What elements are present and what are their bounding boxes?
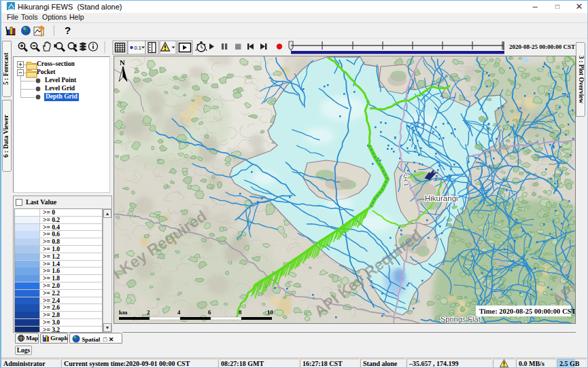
svg-text:2: 2 bbox=[147, 309, 150, 316]
svg-text:Hikurangi: Hikurangi bbox=[425, 194, 458, 202]
svg-text:8: 8 bbox=[239, 309, 242, 316]
svg-text:6: 6 bbox=[208, 309, 211, 316]
svg-text:N: N bbox=[120, 58, 125, 67]
svg-text:0.1: 0.1 bbox=[135, 45, 141, 51]
svg-text:2020-08-25 00:00:00 CST: 2020-08-25 00:00:00 CST bbox=[509, 43, 575, 50]
svg-text:10: 10 bbox=[267, 309, 274, 316]
svg-text:km: km bbox=[119, 309, 128, 316]
svg-text:Time: 2020-08-25 00:00:00 CST: Time: 2020-08-25 00:00:00 CST bbox=[479, 308, 576, 315]
svg-text:4: 4 bbox=[177, 309, 181, 316]
svg-text:Springs Flat: Springs Flat bbox=[440, 315, 481, 323]
